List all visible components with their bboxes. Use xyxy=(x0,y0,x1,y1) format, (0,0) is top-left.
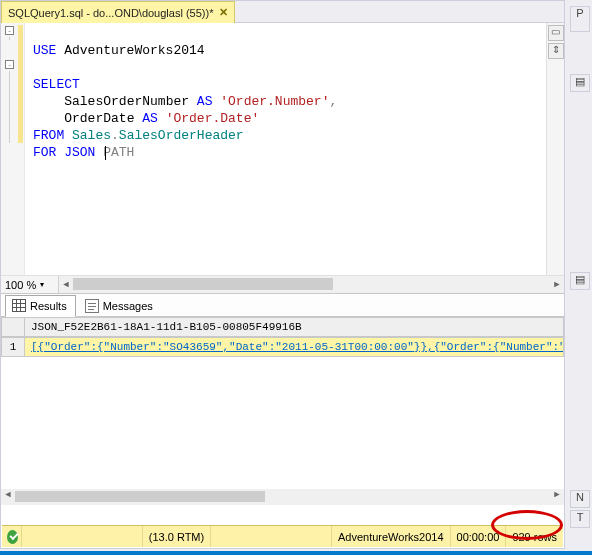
stub-label: N xyxy=(576,491,584,503)
results-pane: JSON_F52E2B61-18A1-11d1-B105-00805F49916… xyxy=(1,317,564,505)
grid-icon xyxy=(12,299,26,313)
rownum-cell[interactable]: 1 xyxy=(1,337,25,357)
scroll-thumb[interactable] xyxy=(73,278,333,290)
string-literal: 'Order.Date' xyxy=(158,111,259,126)
text-caret xyxy=(105,146,106,160)
scroll-thumb[interactable] xyxy=(15,491,265,502)
scroll-left-icon[interactable]: ◄ xyxy=(1,489,15,505)
keyword-for: FOR xyxy=(33,145,56,160)
status-rowcount: 929 rows xyxy=(506,526,563,547)
right-toolstrip: P ▤ ▤ N T xyxy=(570,0,592,549)
punct-dot: . xyxy=(111,128,119,143)
document-tab-active[interactable]: SQLQuery1.sql - do...OND\douglasl (55))*… xyxy=(1,1,235,23)
document-tab-title: SQLQuery1.sql - do...OND\douglasl (55))* xyxy=(8,7,213,19)
column-header[interactable]: JSON_F52E2B61-18A1-11d1-B105-00805F49916… xyxy=(25,317,564,337)
status-version: (13.0 RTM) xyxy=(143,526,211,547)
toolwindow-stub[interactable]: N xyxy=(570,490,590,508)
status-server xyxy=(22,526,143,547)
updown-icon: ⇕ xyxy=(552,44,560,55)
collapse-toggle-icon[interactable]: - xyxy=(5,60,14,69)
status-database: AdventureWorks2014 xyxy=(332,526,451,547)
code-text: AdventureWorks2014 xyxy=(56,43,204,58)
split-icon: ▭ xyxy=(551,26,560,37)
keyword-path: PATH xyxy=(103,145,134,160)
messages-icon xyxy=(85,299,99,313)
outline-line xyxy=(9,37,10,40)
keyword-as: AS xyxy=(142,111,158,126)
result-cell-json[interactable]: [{"Order":{"Number":"SO43659","Date":"20… xyxy=(25,337,564,357)
editor-gutter: - - xyxy=(1,23,25,275)
scroll-left-icon[interactable]: ◄ xyxy=(59,276,73,294)
toolwindow-stub[interactable]: ▤ xyxy=(570,74,590,92)
status-ok xyxy=(2,526,22,547)
close-icon[interactable]: ✕ xyxy=(219,6,228,19)
editor-footer: 100 % ▾ ◄ ► xyxy=(1,275,564,293)
stub-label: ▤ xyxy=(575,273,585,285)
code-indent xyxy=(33,94,64,109)
string-literal: 'Order.Number' xyxy=(212,94,329,109)
tab-results[interactable]: Results xyxy=(5,295,76,317)
table-name: SalesOrderHeader xyxy=(119,128,244,143)
zoom-dropdown[interactable]: 100 % ▾ xyxy=(1,276,59,293)
tab-label: Results xyxy=(30,300,67,312)
stub-label: T xyxy=(577,511,584,523)
window-accent-border xyxy=(0,551,592,555)
outline-line xyxy=(9,71,10,143)
results-tab-strip: Results Messages xyxy=(1,293,564,317)
code-text: OrderDate xyxy=(64,111,142,126)
document-tab-bar: SQLQuery1.sql - do...OND\douglasl (55))*… xyxy=(1,1,564,23)
editor-hscrollbar[interactable]: ◄ ► xyxy=(59,276,564,293)
split-view-button[interactable]: ▭ xyxy=(548,25,564,41)
keyword-from: FROM xyxy=(33,128,64,143)
tab-label: Messages xyxy=(103,300,153,312)
keyword-as: AS xyxy=(197,94,213,109)
status-bar: (13.0 RTM) AdventureWorks2014 00:00:00 9… xyxy=(2,525,563,547)
tab-bar-spacer xyxy=(235,1,564,22)
stub-label: ▤ xyxy=(575,75,585,87)
status-login xyxy=(211,526,332,547)
code-text: SalesOrderNumber xyxy=(64,94,197,109)
keyword-use: USE xyxy=(33,43,56,58)
check-icon xyxy=(7,530,18,544)
chevron-down-icon: ▾ xyxy=(40,280,44,289)
collapse-toggle-icon[interactable]: - xyxy=(5,26,14,35)
scroll-right-icon[interactable]: ► xyxy=(550,489,564,505)
code-area[interactable]: USE AdventureWorks2014 SELECT SalesOrder… xyxy=(25,23,546,275)
keyword-select: SELECT xyxy=(33,77,80,92)
scroll-right-icon[interactable]: ► xyxy=(550,276,564,294)
table-row[interactable]: 1 [{"Order":{"Number":"SO43659","Date":"… xyxy=(1,337,564,357)
toolwindow-stub[interactable]: ▤ xyxy=(570,272,590,290)
results-grid[interactable]: JSON_F52E2B61-18A1-11d1-B105-00805F49916… xyxy=(1,317,564,357)
stub-label: P xyxy=(576,7,583,19)
toolwindow-stub[interactable]: P xyxy=(570,6,590,32)
editor-side-controls: ▭ ⇕ xyxy=(546,23,564,275)
results-hscrollbar[interactable]: ◄ ► xyxy=(1,489,564,505)
grid-header-row: JSON_F52E2B61-18A1-11d1-B105-00805F49916… xyxy=(1,317,564,337)
punct-comma: , xyxy=(329,94,337,109)
zoom-value: 100 % xyxy=(5,279,36,291)
code-indent xyxy=(33,111,64,126)
schema-name: Sales xyxy=(64,128,111,143)
sql-editor[interactable]: - - USE AdventureWorks2014 SELECT SalesO… xyxy=(1,23,564,275)
keyword-json: JSON xyxy=(56,145,103,160)
tab-messages[interactable]: Messages xyxy=(78,295,162,317)
modification-marker xyxy=(18,25,23,143)
status-elapsed: 00:00:00 xyxy=(451,526,507,547)
toolwindow-stub[interactable]: T xyxy=(570,510,590,528)
navigate-button[interactable]: ⇕ xyxy=(548,43,564,59)
rownum-header[interactable] xyxy=(1,317,25,337)
